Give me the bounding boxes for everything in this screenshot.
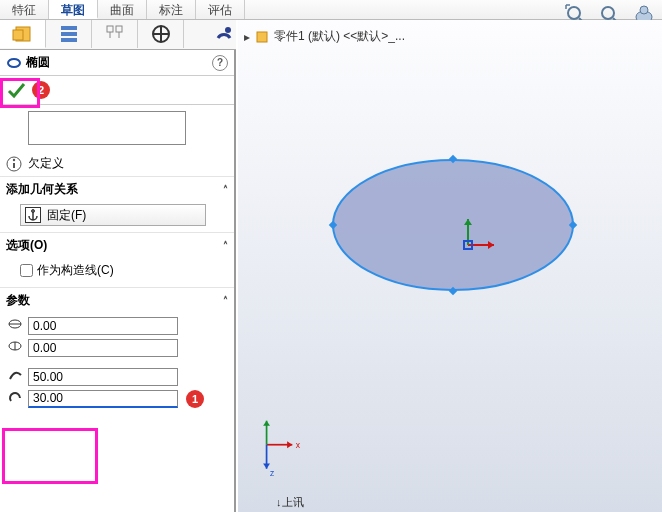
callout-1: 1 — [186, 390, 204, 408]
param-major — [6, 367, 234, 386]
origin-triad-icon — [438, 215, 498, 278]
confirm-row: 2 — [0, 76, 234, 105]
param-center-x — [6, 316, 234, 335]
section-params-label: 参数 — [6, 292, 30, 309]
center-x-icon — [6, 316, 24, 335]
section-relations[interactable]: 添加几何关系 ˄ — [0, 176, 234, 202]
svg-rect-11 — [107, 26, 113, 32]
svg-rect-28 — [257, 32, 267, 42]
breadcrumb-text: 零件1 (默认) <<默认>_... — [274, 28, 405, 45]
anchor-icon — [25, 207, 41, 223]
feature-title-text: 椭圆 — [26, 54, 50, 71]
section-relations-label: 添加几何关系 — [6, 181, 78, 198]
ribbon-tabstrip: 特征 草图 曲面 标注 评估 — [0, 0, 662, 20]
chevron-up-icon: ˄ — [223, 240, 228, 251]
svg-marker-37 — [464, 219, 472, 225]
svg-rect-10 — [61, 38, 77, 42]
construction-line-input[interactable] — [20, 264, 33, 277]
breadcrumb-arrow-icon: ▸ — [244, 30, 250, 44]
axis-z-label: z — [270, 468, 274, 478]
svg-point-2 — [602, 7, 614, 19]
info-icon — [6, 156, 22, 172]
panel-tabbar — [0, 20, 236, 50]
view-triad-icon: x z — [258, 419, 318, 482]
param-minor-input[interactable] — [28, 390, 178, 408]
highlight-box-params — [2, 428, 98, 484]
model-viewport[interactable]: ▸ 零件1 (默认) <<默认>_... — [238, 20, 662, 512]
param-major-input[interactable] — [28, 368, 178, 386]
callout-2: 2 — [32, 81, 50, 99]
part-icon — [254, 29, 270, 45]
svg-rect-9 — [61, 32, 77, 36]
panel-tab-overflow-icon[interactable] — [214, 24, 234, 44]
svg-point-19 — [8, 59, 20, 67]
status-row: 欠定义 — [0, 151, 234, 176]
tab-evaluate[interactable]: 评估 — [196, 0, 245, 19]
tab-surface[interactable]: 曲面 — [98, 0, 147, 19]
help-icon[interactable]: ? — [212, 55, 228, 71]
section-params[interactable]: 参数 ˄ — [0, 287, 234, 313]
svg-marker-40 — [287, 441, 292, 448]
panel-tab-config[interactable] — [92, 20, 138, 48]
feature-title-row: 椭圆 ? — [0, 50, 234, 76]
view-caption: ↓上讯 — [276, 495, 304, 510]
ellipse-icon — [6, 55, 22, 71]
fixed-relation-button[interactable]: 固定(F) — [20, 204, 206, 226]
tab-annotate[interactable]: 标注 — [147, 0, 196, 19]
center-y-icon — [6, 338, 24, 357]
chevron-up-icon: ˄ — [223, 295, 228, 306]
svg-point-18 — [225, 27, 231, 33]
panel-tab-featuremgr[interactable] — [0, 20, 46, 48]
section-options[interactable]: 选项(O) ˄ — [0, 232, 234, 258]
selection-list[interactable] — [28, 111, 186, 145]
svg-point-0 — [568, 7, 580, 19]
chevron-up-icon: ˄ — [223, 184, 228, 195]
major-radius-icon — [6, 367, 24, 386]
axis-x-label: x — [296, 440, 301, 450]
param-center-x-input[interactable] — [28, 317, 178, 335]
part-breadcrumb[interactable]: ▸ 零件1 (默认) <<默认>_... — [244, 28, 405, 45]
svg-marker-44 — [263, 464, 270, 469]
propertymanager-panel: 椭圆 ? 2 欠定义 添加几何关系 ˄ 固定(F) 选项(O) ˄ 作为构造线(… — [0, 50, 236, 512]
svg-point-22 — [13, 158, 15, 160]
param-center-y-input[interactable] — [28, 339, 178, 357]
panel-tab-dim[interactable] — [138, 20, 184, 48]
svg-rect-8 — [61, 26, 77, 30]
minor-radius-icon — [6, 389, 24, 408]
status-text: 欠定义 — [28, 155, 64, 172]
svg-marker-42 — [263, 421, 270, 426]
param-minor: 1 — [6, 389, 234, 408]
param-center-y — [6, 338, 234, 357]
construction-line-checkbox[interactable]: 作为构造线(C) — [20, 262, 234, 279]
tab-sketch[interactable]: 草图 — [49, 0, 98, 19]
tab-feature[interactable]: 特征 — [0, 0, 49, 19]
panel-tab-property[interactable] — [46, 20, 92, 48]
svg-marker-35 — [488, 241, 494, 249]
ok-button[interactable] — [6, 80, 26, 100]
svg-rect-12 — [116, 26, 122, 32]
construction-line-label: 作为构造线(C) — [37, 262, 114, 279]
svg-rect-7 — [13, 30, 23, 40]
section-options-label: 选项(O) — [6, 237, 47, 254]
fixed-relation-label: 固定(F) — [47, 207, 86, 224]
svg-point-5 — [640, 6, 648, 14]
